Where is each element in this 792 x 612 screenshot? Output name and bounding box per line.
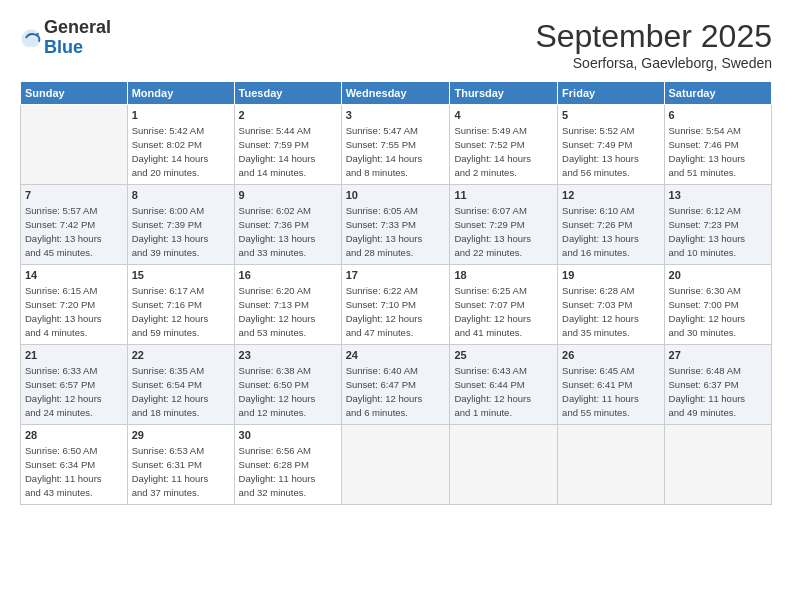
header-sunday: Sunday <box>21 82 128 105</box>
day-cell: 17Sunrise: 6:22 AM Sunset: 7:10 PM Dayli… <box>341 265 450 345</box>
day-number: 12 <box>562 188 659 203</box>
day-info: Sunrise: 6:38 AM Sunset: 6:50 PM Dayligh… <box>239 364 337 419</box>
calendar-page: General Blue September 2025 Soerforsa, G… <box>0 0 792 612</box>
day-number: 14 <box>25 268 123 283</box>
month-title: September 2025 <box>535 18 772 55</box>
day-info: Sunrise: 6:40 AM Sunset: 6:47 PM Dayligh… <box>346 364 446 419</box>
day-cell: 24Sunrise: 6:40 AM Sunset: 6:47 PM Dayli… <box>341 345 450 425</box>
day-cell: 6Sunrise: 5:54 AM Sunset: 7:46 PM Daylig… <box>664 105 771 185</box>
day-number: 8 <box>132 188 230 203</box>
day-cell: 1Sunrise: 5:42 AM Sunset: 8:02 PM Daylig… <box>127 105 234 185</box>
day-number: 9 <box>239 188 337 203</box>
day-info: Sunrise: 6:53 AM Sunset: 6:31 PM Dayligh… <box>132 444 230 499</box>
day-info: Sunrise: 5:52 AM Sunset: 7:49 PM Dayligh… <box>562 124 659 179</box>
day-info: Sunrise: 6:22 AM Sunset: 7:10 PM Dayligh… <box>346 284 446 339</box>
day-info: Sunrise: 6:28 AM Sunset: 7:03 PM Dayligh… <box>562 284 659 339</box>
day-cell: 5Sunrise: 5:52 AM Sunset: 7:49 PM Daylig… <box>558 105 664 185</box>
day-number: 5 <box>562 108 659 123</box>
day-info: Sunrise: 6:30 AM Sunset: 7:00 PM Dayligh… <box>669 284 767 339</box>
day-cell: 23Sunrise: 6:38 AM Sunset: 6:50 PM Dayli… <box>234 345 341 425</box>
day-number: 3 <box>346 108 446 123</box>
day-number: 21 <box>25 348 123 363</box>
day-number: 25 <box>454 348 553 363</box>
day-info: Sunrise: 5:54 AM Sunset: 7:46 PM Dayligh… <box>669 124 767 179</box>
logo-blue: Blue <box>44 37 83 57</box>
day-cell <box>558 425 664 505</box>
header-saturday: Saturday <box>664 82 771 105</box>
header-monday: Monday <box>127 82 234 105</box>
day-number: 15 <box>132 268 230 283</box>
day-info: Sunrise: 6:10 AM Sunset: 7:26 PM Dayligh… <box>562 204 659 259</box>
week-row-2: 7Sunrise: 5:57 AM Sunset: 7:42 PM Daylig… <box>21 185 772 265</box>
week-row-1: 1Sunrise: 5:42 AM Sunset: 8:02 PM Daylig… <box>21 105 772 185</box>
day-info: Sunrise: 6:17 AM Sunset: 7:16 PM Dayligh… <box>132 284 230 339</box>
day-number: 19 <box>562 268 659 283</box>
day-number: 20 <box>669 268 767 283</box>
day-cell: 29Sunrise: 6:53 AM Sunset: 6:31 PM Dayli… <box>127 425 234 505</box>
location: Soerforsa, Gaevleborg, Sweden <box>535 55 772 71</box>
day-cell: 21Sunrise: 6:33 AM Sunset: 6:57 PM Dayli… <box>21 345 128 425</box>
day-number: 2 <box>239 108 337 123</box>
logo-icon <box>20 27 42 49</box>
day-number: 30 <box>239 428 337 443</box>
week-row-3: 14Sunrise: 6:15 AM Sunset: 7:20 PM Dayli… <box>21 265 772 345</box>
day-cell: 14Sunrise: 6:15 AM Sunset: 7:20 PM Dayli… <box>21 265 128 345</box>
day-cell: 11Sunrise: 6:07 AM Sunset: 7:29 PM Dayli… <box>450 185 558 265</box>
day-number: 28 <box>25 428 123 443</box>
day-info: Sunrise: 6:12 AM Sunset: 7:23 PM Dayligh… <box>669 204 767 259</box>
day-number: 27 <box>669 348 767 363</box>
day-cell: 12Sunrise: 6:10 AM Sunset: 7:26 PM Dayli… <box>558 185 664 265</box>
day-info: Sunrise: 5:47 AM Sunset: 7:55 PM Dayligh… <box>346 124 446 179</box>
week-row-4: 21Sunrise: 6:33 AM Sunset: 6:57 PM Dayli… <box>21 345 772 425</box>
logo-text: General Blue <box>44 18 111 58</box>
header-friday: Friday <box>558 82 664 105</box>
day-info: Sunrise: 5:49 AM Sunset: 7:52 PM Dayligh… <box>454 124 553 179</box>
day-cell: 27Sunrise: 6:48 AM Sunset: 6:37 PM Dayli… <box>664 345 771 425</box>
day-info: Sunrise: 6:48 AM Sunset: 6:37 PM Dayligh… <box>669 364 767 419</box>
day-cell: 26Sunrise: 6:45 AM Sunset: 6:41 PM Dayli… <box>558 345 664 425</box>
day-cell: 10Sunrise: 6:05 AM Sunset: 7:33 PM Dayli… <box>341 185 450 265</box>
day-info: Sunrise: 6:43 AM Sunset: 6:44 PM Dayligh… <box>454 364 553 419</box>
day-number: 13 <box>669 188 767 203</box>
day-number: 4 <box>454 108 553 123</box>
day-cell: 4Sunrise: 5:49 AM Sunset: 7:52 PM Daylig… <box>450 105 558 185</box>
day-info: Sunrise: 5:57 AM Sunset: 7:42 PM Dayligh… <box>25 204 123 259</box>
header-row: SundayMondayTuesdayWednesdayThursdayFrid… <box>21 82 772 105</box>
day-info: Sunrise: 6:33 AM Sunset: 6:57 PM Dayligh… <box>25 364 123 419</box>
day-info: Sunrise: 6:02 AM Sunset: 7:36 PM Dayligh… <box>239 204 337 259</box>
day-cell: 28Sunrise: 6:50 AM Sunset: 6:34 PM Dayli… <box>21 425 128 505</box>
day-cell: 15Sunrise: 6:17 AM Sunset: 7:16 PM Dayli… <box>127 265 234 345</box>
day-info: Sunrise: 5:42 AM Sunset: 8:02 PM Dayligh… <box>132 124 230 179</box>
day-cell <box>21 105 128 185</box>
day-info: Sunrise: 6:35 AM Sunset: 6:54 PM Dayligh… <box>132 364 230 419</box>
day-info: Sunrise: 6:00 AM Sunset: 7:39 PM Dayligh… <box>132 204 230 259</box>
day-cell: 2Sunrise: 5:44 AM Sunset: 7:59 PM Daylig… <box>234 105 341 185</box>
day-cell <box>450 425 558 505</box>
day-cell <box>341 425 450 505</box>
day-number: 18 <box>454 268 553 283</box>
day-cell: 7Sunrise: 5:57 AM Sunset: 7:42 PM Daylig… <box>21 185 128 265</box>
header-tuesday: Tuesday <box>234 82 341 105</box>
day-info: Sunrise: 6:25 AM Sunset: 7:07 PM Dayligh… <box>454 284 553 339</box>
day-number: 22 <box>132 348 230 363</box>
day-info: Sunrise: 5:44 AM Sunset: 7:59 PM Dayligh… <box>239 124 337 179</box>
day-cell: 13Sunrise: 6:12 AM Sunset: 7:23 PM Dayli… <box>664 185 771 265</box>
day-info: Sunrise: 6:56 AM Sunset: 6:28 PM Dayligh… <box>239 444 337 499</box>
day-number: 6 <box>669 108 767 123</box>
day-number: 24 <box>346 348 446 363</box>
day-number: 11 <box>454 188 553 203</box>
day-info: Sunrise: 6:50 AM Sunset: 6:34 PM Dayligh… <box>25 444 123 499</box>
day-cell: 30Sunrise: 6:56 AM Sunset: 6:28 PM Dayli… <box>234 425 341 505</box>
day-cell: 18Sunrise: 6:25 AM Sunset: 7:07 PM Dayli… <box>450 265 558 345</box>
header: General Blue September 2025 Soerforsa, G… <box>20 18 772 71</box>
logo: General Blue <box>20 18 111 58</box>
header-wednesday: Wednesday <box>341 82 450 105</box>
day-number: 29 <box>132 428 230 443</box>
day-cell: 25Sunrise: 6:43 AM Sunset: 6:44 PM Dayli… <box>450 345 558 425</box>
logo-general: General <box>44 17 111 37</box>
day-number: 1 <box>132 108 230 123</box>
day-info: Sunrise: 6:45 AM Sunset: 6:41 PM Dayligh… <box>562 364 659 419</box>
day-number: 10 <box>346 188 446 203</box>
day-cell: 9Sunrise: 6:02 AM Sunset: 7:36 PM Daylig… <box>234 185 341 265</box>
day-number: 16 <box>239 268 337 283</box>
